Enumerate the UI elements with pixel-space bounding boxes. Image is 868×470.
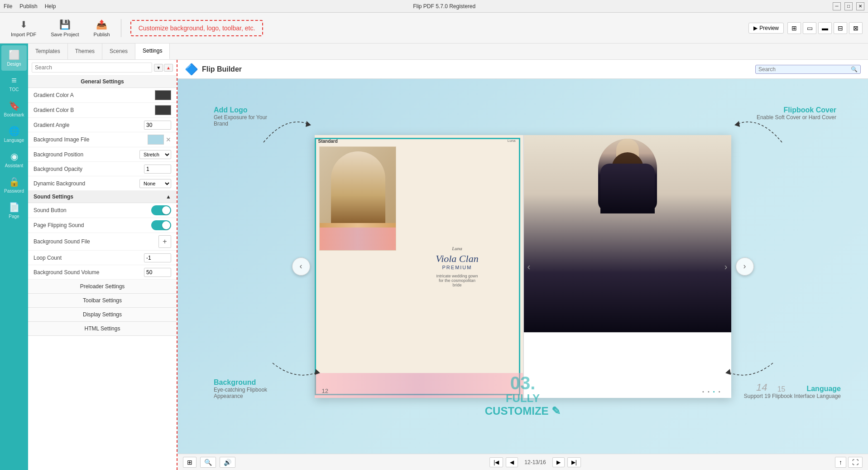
bg-image-clear-button[interactable]: ✕ bbox=[166, 136, 171, 143]
sidebar-item-page[interactable]: 📄 Page bbox=[1, 198, 27, 223]
grid-view-button[interactable]: ⊞ bbox=[183, 457, 197, 468]
loop-count-input[interactable] bbox=[144, 253, 171, 262]
woman-dress-upper bbox=[600, 164, 655, 213]
bg-sound-volume-input[interactable] bbox=[144, 268, 171, 277]
menu-file[interactable]: File bbox=[4, 3, 12, 10]
view-btn-2[interactable]: ▭ bbox=[803, 22, 816, 34]
settings-search-input[interactable] bbox=[32, 63, 152, 73]
page-nav-right[interactable]: › bbox=[736, 257, 754, 276]
view-btn-4[interactable]: ⊟ bbox=[834, 22, 847, 34]
view-btn-1[interactable]: ⊞ bbox=[787, 22, 801, 34]
language-feature-card: Language Support 19 Flipbook Interface L… bbox=[744, 385, 841, 399]
close-button[interactable]: ✕ bbox=[856, 2, 864, 10]
sound-toggle-button[interactable]: 🔊 bbox=[220, 457, 235, 468]
view-btn-5[interactable]: ⊠ bbox=[849, 22, 863, 34]
gradient-color-b-picker[interactable] bbox=[155, 105, 171, 115]
right-page-nav[interactable]: › bbox=[724, 261, 728, 271]
minimize-button[interactable]: ─ bbox=[833, 2, 841, 10]
next-page-button[interactable]: ▶ bbox=[552, 457, 565, 467]
toolbar-settings-button[interactable]: Toolbar Settings bbox=[28, 294, 177, 308]
sidebar-item-design[interactable]: ⬜ Design bbox=[1, 45, 27, 71]
bg-position-select[interactable]: Stretch Fit Fill Center bbox=[139, 150, 171, 159]
loop-count-value bbox=[144, 253, 171, 262]
dynamic-bg-select[interactable]: None Snow Rain Stars bbox=[139, 179, 171, 188]
gradient-color-a-value bbox=[155, 90, 171, 100]
zoom-in-button[interactable]: 🔍 bbox=[200, 457, 216, 468]
sidebar-assistant-label: Assistant bbox=[5, 163, 24, 168]
flipbuilder-search-area: 🔍 bbox=[755, 65, 861, 74]
sidebar-item-language[interactable]: 🌐 Language bbox=[1, 121, 27, 147]
woman-image bbox=[524, 135, 731, 332]
toc-icon: ≡ bbox=[11, 75, 17, 86]
publish-icon: 📤 bbox=[96, 19, 107, 30]
toolbar-right: ▶ Preview ⊞ ▭ ▬ ⊟ ⊠ bbox=[748, 22, 863, 34]
sidebar-bookmark-label: Bookmark bbox=[4, 112, 24, 117]
search-up-button[interactable]: ▲ bbox=[164, 64, 173, 72]
flipbuilder-logo-icon: 🔷 bbox=[185, 63, 198, 76]
maximize-button[interactable]: □ bbox=[844, 2, 853, 10]
sound-button-toggle[interactable] bbox=[151, 205, 171, 215]
prev-page-button[interactable]: ◀ bbox=[506, 457, 518, 467]
publish-button[interactable]: 📤 Publish bbox=[88, 16, 115, 40]
first-page-button[interactable]: |◀ bbox=[489, 457, 503, 467]
bg-sound-add-button[interactable]: + bbox=[158, 235, 171, 248]
toolbar-separator bbox=[121, 19, 121, 37]
view-btn-3[interactable]: ▬ bbox=[818, 22, 832, 34]
fullscreen-button[interactable]: ⛶ bbox=[848, 457, 863, 468]
html-settings-button[interactable]: HTML Settings bbox=[28, 322, 177, 336]
sidebar-item-assistant[interactable]: ◉ Assistant bbox=[1, 147, 27, 172]
flipbuilder-header: 🔷 Flip Builder 🔍 bbox=[177, 60, 868, 79]
bottom-bar-left: ⊞ 🔍 🔊 bbox=[183, 457, 235, 468]
page-flipping-sound-label: Page Flipping Sound bbox=[34, 222, 151, 228]
search-down-button[interactable]: ▼ bbox=[154, 64, 163, 72]
sound-button-row: Sound Button bbox=[28, 203, 177, 218]
bg-opacity-input[interactable] bbox=[144, 165, 171, 174]
tab-templates[interactable]: Templates bbox=[28, 44, 68, 59]
preview-label: Preview bbox=[759, 25, 779, 31]
flipbuilder-search-input[interactable] bbox=[758, 66, 849, 73]
bg-sound-file-value: + bbox=[158, 235, 171, 248]
background-text: Eye-catching Flipbook Appearance bbox=[214, 387, 273, 399]
tab-themes[interactable]: Themes bbox=[68, 44, 102, 59]
save-project-button[interactable]: 💾 Save Project bbox=[45, 16, 84, 40]
sidebar-item-toc[interactable]: ≡ TOC bbox=[1, 71, 27, 96]
left-page-nav-inner[interactable]: ‹ bbox=[528, 261, 531, 271]
left-sidebar: ⬜ Design ≡ TOC 🔖 Bookmark 🌐 Language ◉ A… bbox=[0, 44, 28, 470]
settings-panel: ▼ ▲ General Settings Gradient Color A bbox=[28, 60, 177, 470]
tab-scenes[interactable]: Scenes bbox=[102, 44, 135, 59]
add-logo-title: Add Logo bbox=[214, 106, 268, 114]
page-nav-left[interactable]: ‹ bbox=[292, 257, 310, 276]
share-button[interactable]: ↑ bbox=[835, 457, 846, 468]
tab-bar: Templates Themes Scenes Settings bbox=[28, 44, 868, 60]
product-subtitle: PREMIUM bbox=[442, 265, 472, 270]
bg-position-row: Background Position Stretch Fit Fill Cen… bbox=[28, 147, 177, 162]
sound-settings-collapse-icon: ▲ bbox=[166, 194, 171, 200]
loop-count-label: Loop Count bbox=[34, 255, 144, 261]
tab-settings[interactable]: Settings bbox=[135, 44, 170, 59]
sound-button-value bbox=[151, 205, 171, 215]
bg-position-label: Background Position bbox=[34, 151, 139, 158]
flipbuilder-search-icon[interactable]: 🔍 bbox=[851, 66, 858, 73]
page-flipping-toggle[interactable] bbox=[151, 220, 171, 230]
menu-help[interactable]: Help bbox=[45, 3, 56, 10]
sidebar-item-bookmark[interactable]: 🔖 Bookmark bbox=[1, 96, 27, 121]
sidebar-item-password[interactable]: 🔒 Password bbox=[1, 172, 27, 198]
page-indicator: 12-13/16 bbox=[521, 459, 549, 465]
sound-button-thumb bbox=[162, 206, 170, 214]
sidebar-page-label: Page bbox=[9, 214, 19, 219]
loop-count-row: Loop Count bbox=[28, 251, 177, 265]
search-action-buttons: ▼ ▲ bbox=[154, 64, 173, 72]
display-settings-button[interactable]: Display Settings bbox=[28, 308, 177, 322]
last-page-button[interactable]: ▶| bbox=[567, 457, 581, 467]
preloader-settings-button[interactable]: Preloader Settings bbox=[28, 280, 177, 294]
menu-publish[interactable]: Publish bbox=[19, 3, 37, 10]
gradient-color-a-picker[interactable] bbox=[155, 90, 171, 100]
gradient-angle-input[interactable] bbox=[144, 121, 171, 130]
sound-settings-header[interactable]: Sound Settings ▲ bbox=[28, 191, 177, 203]
title-bar: File Publish Help Flip PDF 5.7.0 Registe… bbox=[0, 0, 868, 13]
background-title: Background bbox=[214, 378, 273, 387]
save-project-icon: 💾 bbox=[59, 19, 71, 30]
menu-bar: File Publish Help bbox=[4, 3, 56, 10]
preview-button[interactable]: ▶ Preview bbox=[748, 23, 784, 34]
import-pdf-button[interactable]: ⬇ Import PDF bbox=[5, 16, 42, 40]
